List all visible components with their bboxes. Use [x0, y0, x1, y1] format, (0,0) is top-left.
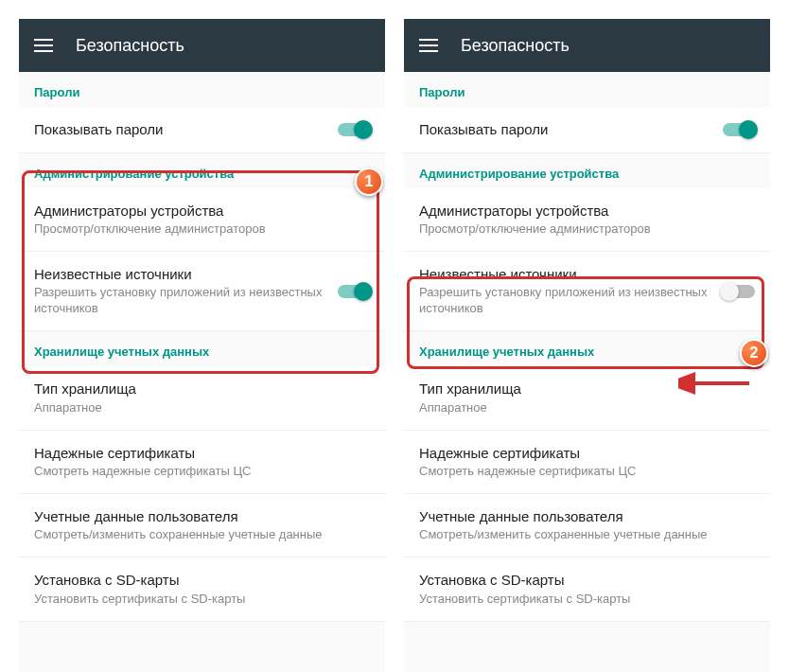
- section-storage: Хранилище учетных данных: [19, 331, 385, 366]
- item-title: Неизвестные источники: [419, 265, 713, 284]
- switch-show-passwords[interactable]: [723, 123, 755, 136]
- appbar: Безопасность: [19, 19, 385, 72]
- item-user-creds[interactable]: Учетные данные пользователя Смотреть/изм…: [404, 494, 770, 557]
- item-title: Учетные данные пользователя: [419, 507, 745, 526]
- switch-unknown-sources[interactable]: [723, 285, 755, 298]
- item-title: Надежные сертификаты: [419, 444, 745, 463]
- item-storage-type[interactable]: Тип хранилища Аппаратное: [19, 366, 385, 430]
- item-show-passwords[interactable]: Показывать пароли: [19, 107, 385, 153]
- item-user-creds[interactable]: Учетные данные пользователя Смотреть/изм…: [19, 494, 385, 557]
- section-passwords: Пароли: [19, 72, 385, 107]
- item-subtitle: Смотреть/изменить сохраненные учетные да…: [419, 527, 745, 543]
- item-device-admins[interactable]: Администраторы устройства Просмотр/отклю…: [19, 188, 385, 252]
- section-storage: Хранилище учетных данных: [404, 331, 770, 366]
- item-trusted-certs[interactable]: Надежные сертификаты Смотреть надежные с…: [404, 431, 770, 494]
- item-title: Тип хранилища: [419, 380, 745, 398]
- item-subtitle: Смотреть/изменить сохраненные учетные да…: [34, 527, 360, 543]
- item-storage-type[interactable]: Тип хранилища Аппаратное: [404, 366, 770, 430]
- app-title: Безопасность: [76, 36, 184, 56]
- section-admin: Администрирование устройства: [19, 153, 385, 188]
- item-sd-install[interactable]: Установка с SD-карты Установить сертифик…: [19, 557, 385, 621]
- switch-show-passwords[interactable]: [338, 123, 370, 136]
- switch-unknown-sources[interactable]: [338, 285, 370, 298]
- phone-right: Безопасность Пароли Показывать пароли Ад…: [404, 19, 770, 672]
- item-title: Показывать пароли: [34, 120, 328, 139]
- phone-left: Безопасность Пароли Показывать пароли Ад…: [19, 19, 385, 672]
- app-title: Безопасность: [461, 36, 570, 56]
- item-title: Установка с SD-карты: [34, 571, 360, 590]
- item-subtitle: Установить сертификаты с SD-карты: [419, 592, 745, 608]
- item-subtitle: Аппаратное: [34, 400, 360, 416]
- item-subtitle: Просмотр/отключение администраторов: [34, 221, 360, 238]
- hamburger-icon[interactable]: [419, 39, 438, 52]
- item-unknown-sources[interactable]: Неизвестные источники Разрешить установк…: [19, 252, 385, 331]
- item-subtitle: Установить сертификаты с SD-карты: [34, 592, 360, 608]
- item-subtitle: Смотреть надежные сертификаты ЦС: [419, 464, 745, 480]
- item-subtitle: Смотреть надежные сертификаты ЦС: [34, 464, 360, 480]
- section-passwords: Пароли: [404, 72, 770, 107]
- item-title: Надежные сертификаты: [34, 444, 360, 463]
- item-title: Тип хранилища: [34, 380, 360, 398]
- item-show-passwords[interactable]: Показывать пароли: [404, 107, 770, 153]
- item-device-admins[interactable]: Администраторы устройства Просмотр/отклю…: [404, 188, 770, 252]
- item-title: Установка с SD-карты: [419, 571, 745, 590]
- item-unknown-sources[interactable]: Неизвестные источники Разрешить установк…: [404, 252, 770, 331]
- item-title: Учетные данные пользователя: [34, 507, 360, 526]
- item-sd-install[interactable]: Установка с SD-карты Установить сертифик…: [404, 557, 770, 621]
- hamburger-icon[interactable]: [34, 39, 53, 52]
- item-title: Администраторы устройства: [419, 202, 745, 221]
- item-subtitle: Разрешить установку приложений из неизве…: [34, 285, 328, 317]
- item-title: Неизвестные источники: [34, 265, 328, 284]
- item-subtitle: Аппаратное: [419, 400, 745, 416]
- appbar: Безопасность: [404, 19, 770, 72]
- item-subtitle: Просмотр/отключение администраторов: [419, 221, 745, 238]
- item-trusted-certs[interactable]: Надежные сертификаты Смотреть надежные с…: [19, 431, 385, 494]
- item-subtitle: Разрешить установку приложений из неизве…: [419, 285, 713, 317]
- section-admin: Администрирование устройства: [404, 153, 770, 188]
- item-title: Показывать пароли: [419, 120, 713, 139]
- item-title: Администраторы устройства: [34, 202, 360, 221]
